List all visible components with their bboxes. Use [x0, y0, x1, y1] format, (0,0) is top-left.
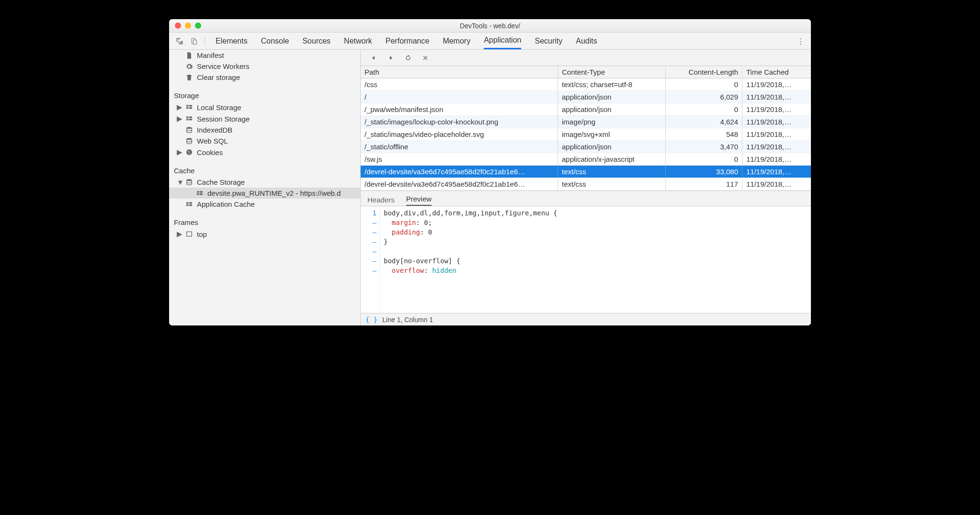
sidebar-item[interactable]: ▶Session Storage	[169, 113, 360, 124]
sidebar-item[interactable]: ▼Cache Storage	[169, 177, 360, 188]
code-content[interactable]: body,div,dl,dd,form,img,input,figure,men…	[380, 206, 561, 313]
more-icon[interactable]: ⋮	[797, 37, 804, 45]
tab-console[interactable]: Console	[261, 33, 289, 49]
sidebar-item[interactable]: devsite.pwa_RUNTIME_v2 - https://web.d	[169, 188, 360, 199]
table-row[interactable]: /devrel-devsite/va3e6d7c495ae58d2f0c21ab…	[361, 166, 811, 178]
svg-rect-8	[186, 119, 189, 120]
sidebar-item-label: Session Storage	[197, 115, 250, 123]
titlebar: DevTools - web.dev/	[169, 19, 811, 33]
sidebar: ManifestService WorkersClear storage Sto…	[169, 50, 361, 325]
minimize-icon[interactable]	[185, 22, 191, 29]
cell: 11/19/2018,…	[742, 91, 811, 103]
tab-audits[interactable]: Audits	[576, 33, 597, 49]
table-row[interactable]: /_static/offlineapplication/json3,47011/…	[361, 141, 811, 153]
tab-elements[interactable]: Elements	[216, 33, 248, 49]
chevron-icon: ▶	[177, 230, 182, 238]
svg-rect-25	[187, 232, 192, 236]
col-path[interactable]: Path	[361, 66, 558, 78]
tab-network[interactable]: Network	[344, 33, 372, 49]
table-row[interactable]: /_pwa/web/manifest.jsonapplication/json0…	[361, 103, 811, 116]
table-row[interactable]: /_static/images/lockup-color-knockout.pn…	[361, 116, 811, 128]
sidebar-item-label: Clear storage	[197, 73, 240, 81]
sidebar-item[interactable]: ▶Cookies	[169, 146, 360, 158]
svg-rect-9	[189, 119, 192, 120]
tab-security[interactable]: Security	[535, 33, 562, 49]
chevron-icon: ▶	[177, 148, 182, 157]
frame-icon	[185, 230, 193, 238]
grid-icon	[185, 103, 193, 111]
tab-application[interactable]: Application	[484, 33, 521, 49]
inspect-icon[interactable]	[176, 37, 183, 45]
sidebar-item[interactable]: Application Cache	[169, 199, 360, 210]
svg-rect-22	[189, 202, 192, 203]
tab-headers[interactable]: Headers	[367, 196, 395, 206]
cell: 3,470	[666, 141, 742, 153]
next-icon[interactable]	[387, 54, 395, 62]
tab-performance[interactable]: Performance	[386, 33, 430, 49]
chevron-icon: ▼	[177, 178, 182, 186]
table-row[interactable]: /devrel-devsite/va3e6d7c495ae58d2f0c21ab…	[361, 178, 811, 190]
cell: 11/19/2018,…	[742, 141, 811, 153]
tab-preview[interactable]: Preview	[406, 195, 432, 206]
tabbar: ElementsConsoleSourcesNetworkPerformance…	[169, 33, 811, 50]
braces-icon[interactable]: { }	[365, 316, 377, 324]
db-icon	[185, 179, 193, 186]
cell: /	[361, 91, 558, 103]
sidebar-item[interactable]: Clear storage	[169, 72, 360, 83]
traffic-lights	[175, 22, 201, 29]
table-row[interactable]: /csstext/css; charset=utf-8011/19/2018,…	[361, 78, 811, 91]
grid-icon	[185, 201, 193, 208]
close-icon[interactable]	[175, 22, 181, 29]
tab-memory[interactable]: Memory	[443, 33, 470, 49]
svg-rect-24	[189, 204, 192, 206]
cell: 33,080	[666, 166, 742, 178]
sidebar-item[interactable]: Service Workers	[169, 61, 360, 72]
tab-sources[interactable]: Sources	[302, 33, 330, 49]
sidebar-item-label: Local Storage	[197, 103, 241, 112]
device-icon[interactable]	[190, 37, 198, 45]
sidebar-item[interactable]: ▶Local Storage	[169, 101, 360, 113]
cell: /devrel-devsite/va3e6d7c495ae58d2f0c21ab…	[361, 166, 558, 178]
cell: text/css; charset=utf-8	[558, 78, 666, 90]
table-row[interactable]: /application/json6,02911/19/2018,…	[361, 91, 811, 103]
cell: 4,624	[666, 116, 742, 128]
sidebar-item[interactable]: Manifest	[169, 50, 360, 61]
svg-point-14	[190, 151, 191, 152]
storage-heading: Storage	[169, 88, 360, 101]
svg-point-12	[186, 149, 192, 155]
main-panel: Path Content-Type Content-Length Time Ca…	[361, 50, 811, 325]
file-icon	[185, 52, 193, 59]
svg-point-16	[187, 179, 192, 181]
svg-rect-5	[189, 107, 192, 109]
col-content-type[interactable]: Content-Type	[558, 66, 666, 78]
zoom-icon[interactable]	[195, 22, 201, 29]
sidebar-item-label: IndexedDB	[197, 126, 232, 134]
sidebar-item[interactable]: IndexedDB	[169, 124, 360, 135]
close-icon[interactable]	[421, 54, 430, 62]
cell: /_static/images/lockup-color-knockout.pn…	[361, 116, 558, 128]
col-time-cached[interactable]: Time Cached	[742, 66, 811, 78]
chevron-icon: ▶	[177, 103, 182, 112]
cell: image/png	[558, 116, 666, 128]
cell: application/x-javascript	[558, 153, 666, 165]
cell: 11/19/2018,…	[742, 166, 811, 178]
prev-icon[interactable]	[369, 54, 378, 62]
cell: text/css	[558, 166, 666, 178]
svg-rect-4	[186, 107, 189, 109]
sidebar-item-label: Web SQL	[197, 137, 228, 145]
svg-rect-21	[186, 202, 189, 203]
table-row[interactable]: /_static/images/video-placeholder.svgima…	[361, 128, 811, 141]
reload-icon[interactable]	[404, 54, 412, 62]
cell: text/css	[558, 178, 666, 190]
table-row[interactable]: /sw.jsapplication/x-javascript011/19/201…	[361, 153, 811, 166]
sidebar-item[interactable]: Web SQL	[169, 135, 360, 146]
cell: /devrel-devsite/va3e6d7c495ae58d2f0c21ab…	[361, 178, 558, 190]
cell: application/json	[558, 103, 666, 115]
svg-point-11	[187, 138, 192, 140]
sidebar-item-label: Cookies	[197, 148, 223, 157]
col-content-length[interactable]: Content-Length	[666, 66, 742, 78]
sidebar-item[interactable]: ▶top	[169, 228, 360, 240]
cache-heading: Cache	[169, 163, 360, 177]
sidebar-item-label: Service Workers	[197, 62, 250, 70]
cell: 11/19/2018,…	[742, 178, 811, 190]
